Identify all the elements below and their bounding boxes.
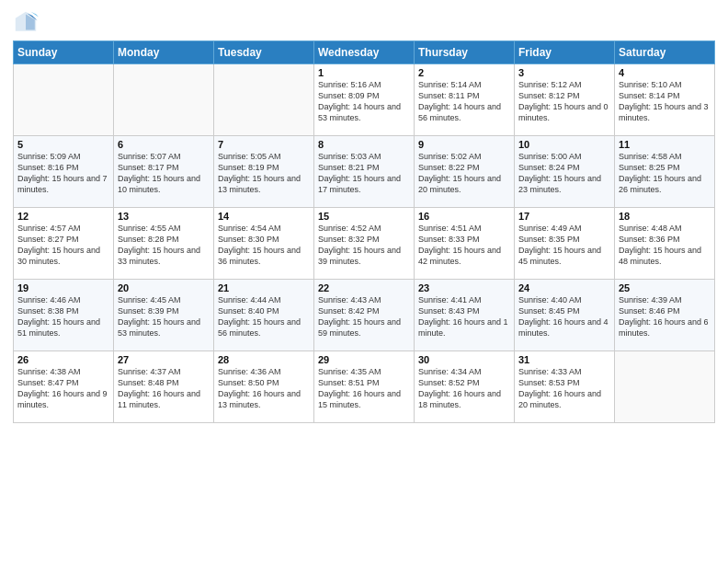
day-info: Sunrise: 4:46 AMSunset: 8:38 PMDaylight:… (17, 294, 109, 339)
calendar-cell: 30Sunrise: 4:34 AMSunset: 8:52 PMDayligh… (415, 351, 515, 423)
day-number: 10 (518, 139, 610, 150)
calendar-cell: 23Sunrise: 4:41 AMSunset: 8:43 PMDayligh… (415, 280, 515, 351)
calendar-cell: 22Sunrise: 4:43 AMSunset: 8:42 PMDayligh… (314, 280, 415, 351)
day-number: 6 (118, 139, 210, 150)
calendar-cell: 29Sunrise: 4:35 AMSunset: 8:51 PMDayligh… (314, 351, 415, 423)
day-number: 21 (218, 282, 310, 293)
day-info: Sunrise: 4:54 AMSunset: 8:30 PMDaylight:… (218, 223, 310, 268)
day-number: 16 (418, 211, 510, 222)
calendar-cell: 10Sunrise: 5:00 AMSunset: 8:24 PMDayligh… (515, 136, 615, 208)
day-info: Sunrise: 4:36 AMSunset: 8:50 PMDaylight:… (218, 366, 310, 411)
weekday-header-row: SundayMondayTuesdayWednesdayThursdayFrid… (14, 41, 715, 64)
logo-icon (13, 9, 39, 35)
day-info: Sunrise: 4:55 AMSunset: 8:28 PMDaylight:… (118, 223, 210, 268)
day-info: Sunrise: 5:14 AMSunset: 8:11 PMDaylight:… (418, 79, 510, 124)
day-info: Sunrise: 5:16 AMSunset: 8:09 PMDaylight:… (318, 79, 410, 124)
day-number: 22 (318, 282, 410, 293)
day-number: 4 (619, 67, 711, 78)
calendar-cell: 21Sunrise: 4:44 AMSunset: 8:40 PMDayligh… (214, 280, 314, 351)
day-number: 9 (418, 139, 510, 150)
weekday-header-friday: Friday (515, 41, 615, 64)
day-info: Sunrise: 4:37 AMSunset: 8:48 PMDaylight:… (118, 366, 210, 411)
day-number: 14 (218, 211, 310, 222)
day-number: 12 (17, 211, 109, 222)
calendar-cell: 9Sunrise: 5:02 AMSunset: 8:22 PMDaylight… (415, 136, 515, 208)
day-info: Sunrise: 4:40 AMSunset: 8:45 PMDaylight:… (518, 294, 610, 339)
day-info: Sunrise: 4:52 AMSunset: 8:32 PMDaylight:… (318, 223, 410, 268)
calendar-cell: 11Sunrise: 4:58 AMSunset: 8:25 PMDayligh… (615, 136, 715, 208)
day-number: 5 (17, 139, 109, 150)
calendar-cell: 1Sunrise: 5:16 AMSunset: 8:09 PMDaylight… (314, 64, 415, 136)
day-number: 19 (17, 282, 109, 293)
day-info: Sunrise: 4:38 AMSunset: 8:47 PMDaylight:… (17, 366, 109, 411)
weekday-header-sunday: Sunday (14, 41, 114, 64)
day-info: Sunrise: 4:34 AMSunset: 8:52 PMDaylight:… (418, 366, 510, 411)
day-number: 30 (418, 354, 510, 365)
calendar-cell: 4Sunrise: 5:10 AMSunset: 8:14 PMDaylight… (615, 64, 715, 136)
day-info: Sunrise: 4:45 AMSunset: 8:39 PMDaylight:… (118, 294, 210, 339)
day-number: 3 (518, 67, 610, 78)
day-number: 31 (518, 354, 610, 365)
day-number: 20 (118, 282, 210, 293)
calendar-week-row: 12Sunrise: 4:57 AMSunset: 8:27 PMDayligh… (14, 208, 715, 280)
day-number: 11 (619, 139, 711, 150)
day-info: Sunrise: 4:44 AMSunset: 8:40 PMDaylight:… (218, 294, 310, 339)
day-info: Sunrise: 4:41 AMSunset: 8:43 PMDaylight:… (418, 294, 510, 339)
day-info: Sunrise: 5:03 AMSunset: 8:21 PMDaylight:… (318, 151, 410, 196)
day-number: 15 (318, 211, 410, 222)
weekday-header-tuesday: Tuesday (214, 41, 314, 64)
calendar-cell: 25Sunrise: 4:39 AMSunset: 8:46 PMDayligh… (615, 280, 715, 351)
day-info: Sunrise: 4:49 AMSunset: 8:35 PMDaylight:… (518, 223, 610, 268)
day-info: Sunrise: 4:48 AMSunset: 8:36 PMDaylight:… (619, 223, 711, 268)
calendar-cell: 3Sunrise: 5:12 AMSunset: 8:12 PMDaylight… (515, 64, 615, 136)
calendar-week-row: 5Sunrise: 5:09 AMSunset: 8:16 PMDaylight… (14, 136, 715, 208)
day-number: 13 (118, 211, 210, 222)
day-info: Sunrise: 4:58 AMSunset: 8:25 PMDaylight:… (619, 151, 711, 196)
day-number: 27 (118, 354, 210, 365)
calendar-cell: 17Sunrise: 4:49 AMSunset: 8:35 PMDayligh… (515, 208, 615, 280)
calendar-cell: 16Sunrise: 4:51 AMSunset: 8:33 PMDayligh… (415, 208, 515, 280)
day-info: Sunrise: 5:09 AMSunset: 8:16 PMDaylight:… (17, 151, 109, 196)
day-info: Sunrise: 4:43 AMSunset: 8:42 PMDaylight:… (318, 294, 410, 339)
calendar-cell: 15Sunrise: 4:52 AMSunset: 8:32 PMDayligh… (314, 208, 415, 280)
day-number: 28 (218, 354, 310, 365)
calendar-cell (615, 351, 715, 423)
calendar-cell: 19Sunrise: 4:46 AMSunset: 8:38 PMDayligh… (14, 280, 114, 351)
day-number: 25 (619, 282, 711, 293)
weekday-header-wednesday: Wednesday (314, 41, 415, 64)
day-number: 29 (318, 354, 410, 365)
day-info: Sunrise: 4:33 AMSunset: 8:53 PMDaylight:… (518, 366, 610, 411)
day-info: Sunrise: 5:07 AMSunset: 8:17 PMDaylight:… (118, 151, 210, 196)
day-info: Sunrise: 4:57 AMSunset: 8:27 PMDaylight:… (17, 223, 109, 268)
calendar-cell: 27Sunrise: 4:37 AMSunset: 8:48 PMDayligh… (114, 351, 214, 423)
calendar-cell: 5Sunrise: 5:09 AMSunset: 8:16 PMDaylight… (14, 136, 114, 208)
page: SundayMondayTuesdayWednesdayThursdayFrid… (0, 0, 728, 563)
calendar-cell: 2Sunrise: 5:14 AMSunset: 8:11 PMDaylight… (415, 64, 515, 136)
logo (13, 9, 42, 35)
calendar-cell: 20Sunrise: 4:45 AMSunset: 8:39 PMDayligh… (114, 280, 214, 351)
calendar-cell: 24Sunrise: 4:40 AMSunset: 8:45 PMDayligh… (515, 280, 615, 351)
calendar-cell: 26Sunrise: 4:38 AMSunset: 8:47 PMDayligh… (14, 351, 114, 423)
calendar-table: SundayMondayTuesdayWednesdayThursdayFrid… (13, 40, 715, 423)
day-number: 24 (518, 282, 610, 293)
day-number: 26 (17, 354, 109, 365)
day-number: 1 (318, 67, 410, 78)
day-info: Sunrise: 5:02 AMSunset: 8:22 PMDaylight:… (418, 151, 510, 196)
day-number: 8 (318, 139, 410, 150)
calendar-cell (114, 64, 214, 136)
calendar-cell: 18Sunrise: 4:48 AMSunset: 8:36 PMDayligh… (615, 208, 715, 280)
calendar-cell: 12Sunrise: 4:57 AMSunset: 8:27 PMDayligh… (14, 208, 114, 280)
day-info: Sunrise: 5:05 AMSunset: 8:19 PMDaylight:… (218, 151, 310, 196)
calendar-cell: 13Sunrise: 4:55 AMSunset: 8:28 PMDayligh… (114, 208, 214, 280)
day-info: Sunrise: 5:00 AMSunset: 8:24 PMDaylight:… (518, 151, 610, 196)
calendar-cell: 14Sunrise: 4:54 AMSunset: 8:30 PMDayligh… (214, 208, 314, 280)
calendar-week-row: 19Sunrise: 4:46 AMSunset: 8:38 PMDayligh… (14, 280, 715, 351)
day-info: Sunrise: 4:39 AMSunset: 8:46 PMDaylight:… (619, 294, 711, 339)
weekday-header-saturday: Saturday (615, 41, 715, 64)
day-info: Sunrise: 4:35 AMSunset: 8:51 PMDaylight:… (318, 366, 410, 411)
day-info: Sunrise: 4:51 AMSunset: 8:33 PMDaylight:… (418, 223, 510, 268)
calendar-cell (214, 64, 314, 136)
calendar-cell: 8Sunrise: 5:03 AMSunset: 8:21 PMDaylight… (314, 136, 415, 208)
day-number: 17 (518, 211, 610, 222)
day-number: 23 (418, 282, 510, 293)
